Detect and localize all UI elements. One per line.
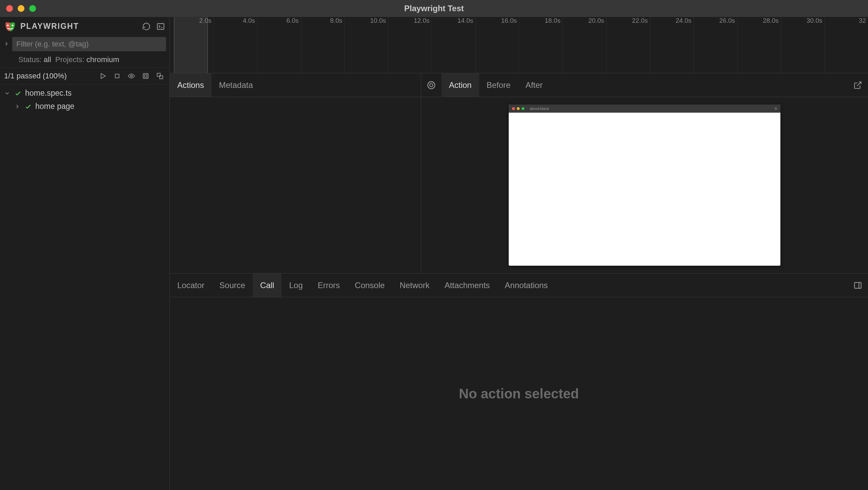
- timeline-tick-label: 28.0s: [763, 17, 781, 24]
- svg-point-0: [7, 24, 9, 26]
- timeline-tick-label: 12.0s: [414, 17, 432, 24]
- expand-button[interactable]: [155, 71, 165, 81]
- timeline-gridline: [825, 17, 825, 73]
- chevron-right-icon: [14, 103, 21, 110]
- bottom-panel: Locator Source Call Log Errors Console N…: [170, 274, 868, 490]
- timeline-tick-label: 2.0s: [199, 17, 214, 24]
- minimize-window-button[interactable]: [18, 5, 24, 12]
- reload-button[interactable]: [141, 21, 152, 32]
- timeline-tick-label: 22.0s: [632, 17, 650, 24]
- svg-point-1: [12, 24, 14, 26]
- window-title: Playwright Test: [404, 4, 464, 13]
- tab-log[interactable]: Log: [282, 274, 310, 297]
- pick-locator-button[interactable]: [421, 73, 441, 97]
- tab-before[interactable]: Before: [479, 73, 518, 97]
- maximize-window-button[interactable]: [29, 5, 36, 12]
- timeline-tick-label: 18.0s: [545, 17, 562, 24]
- tab-attachments[interactable]: Attachments: [437, 274, 497, 297]
- timeline-gridline: [301, 17, 301, 73]
- tab-errors[interactable]: Errors: [310, 274, 347, 297]
- window-controls: [6, 5, 36, 12]
- chevron-down-icon: [4, 90, 11, 96]
- hamburger-icon: ≡: [775, 106, 777, 111]
- timeline-gridline: [737, 17, 738, 73]
- filter-input[interactable]: [12, 37, 166, 51]
- svg-rect-5: [143, 74, 148, 79]
- mini-minimize-icon: [517, 107, 520, 110]
- playwright-logo-icon: [3, 20, 17, 33]
- timeline-gridline: [650, 17, 650, 73]
- tab-call[interactable]: Call: [253, 274, 282, 297]
- tab-console[interactable]: Console: [347, 274, 392, 297]
- timeline-gridline: [388, 17, 388, 73]
- toggle-layout-button[interactable]: [852, 280, 863, 291]
- svg-point-4: [130, 75, 132, 77]
- filter-expand-chevron-icon[interactable]: [3, 41, 10, 48]
- close-window-button[interactable]: [6, 5, 13, 12]
- svg-point-10: [430, 83, 433, 87]
- browser-chrome: about:blank ≡: [509, 105, 780, 113]
- tab-annotations[interactable]: Annotations: [497, 274, 555, 297]
- timeline-gridline: [781, 17, 781, 73]
- timeline-tick-label: 6.0s: [287, 17, 301, 24]
- timeline[interactable]: 2.0s4.0s6.0s8.0s10.0s12.0s14.0s16.0s18.0…: [170, 17, 868, 73]
- timeline-gridline: [563, 17, 563, 73]
- tab-locator[interactable]: Locator: [170, 274, 212, 297]
- collapse-button[interactable]: [140, 71, 151, 81]
- brand-label: PLAYWRIGHT: [20, 22, 138, 31]
- terminal-button[interactable]: [155, 21, 166, 32]
- tree-item-file[interactable]: home.spec.ts: [0, 87, 169, 100]
- run-button[interactable]: [97, 71, 108, 81]
- tab-after[interactable]: After: [518, 73, 550, 97]
- browser-content: [509, 113, 780, 266]
- actions-panel: Actions Metadata: [170, 73, 421, 273]
- svg-rect-6: [144, 75, 147, 77]
- popout-button[interactable]: [852, 80, 863, 91]
- check-icon: [24, 103, 32, 110]
- svg-point-9: [428, 81, 435, 89]
- tree-label: home.spec.ts: [25, 89, 72, 98]
- timeline-gridline: [475, 17, 476, 73]
- no-action-message: No action selected: [459, 386, 579, 401]
- svg-rect-3: [115, 74, 119, 78]
- timeline-tick-label: 24.0s: [676, 17, 693, 24]
- tree-label: home page: [35, 102, 74, 111]
- svg-rect-11: [854, 282, 861, 288]
- timeline-gridline: [214, 17, 214, 73]
- mini-maximize-icon: [522, 107, 524, 110]
- timeline-tick-label: 16.0s: [501, 17, 519, 24]
- timeline-tick-label: 20.0s: [589, 17, 606, 24]
- browser-url: about:blank: [530, 107, 549, 111]
- timeline-gridline: [693, 17, 694, 73]
- timeline-tick-label: 32: [859, 17, 868, 24]
- browser-preview: about:blank ≡: [509, 105, 780, 266]
- status-summary: Status: all Projects: chromium: [0, 53, 169, 68]
- svg-rect-2: [157, 23, 164, 29]
- timeline-tick-label: 10.0s: [370, 17, 388, 24]
- tab-metadata[interactable]: Metadata: [212, 73, 260, 97]
- test-tree: home.spec.ts home page: [0, 84, 169, 115]
- timeline-gridline: [519, 17, 519, 73]
- pass-count: 1/1 passed (100%): [4, 72, 94, 80]
- stop-button[interactable]: [112, 71, 123, 81]
- timeline-tick-label: 26.0s: [719, 17, 737, 24]
- tree-item-test[interactable]: home page: [0, 100, 169, 113]
- tab-action[interactable]: Action: [441, 73, 479, 97]
- sidebar: PLAYWRIGHT Status: all Projects: chromiu…: [0, 17, 170, 490]
- mini-close-icon: [512, 107, 515, 110]
- timeline-tick-label: 4.0s: [243, 17, 257, 24]
- check-icon: [14, 90, 22, 97]
- preview-panel: Action Before After: [421, 73, 868, 273]
- watch-button[interactable]: [126, 71, 137, 81]
- tab-source[interactable]: Source: [212, 274, 253, 297]
- titlebar: Playwright Test: [0, 0, 868, 17]
- timeline-tick-label: 8.0s: [330, 17, 344, 24]
- timeline-tick-label: 30.0s: [807, 17, 824, 24]
- tab-network[interactable]: Network: [392, 274, 437, 297]
- timeline-gridline: [432, 17, 432, 73]
- timeline-gridline: [606, 17, 607, 73]
- tab-actions[interactable]: Actions: [170, 73, 212, 97]
- timeline-gridline: [344, 17, 345, 73]
- timeline-tick-label: 14.0s: [457, 17, 475, 24]
- timeline-gridline: [257, 17, 257, 73]
